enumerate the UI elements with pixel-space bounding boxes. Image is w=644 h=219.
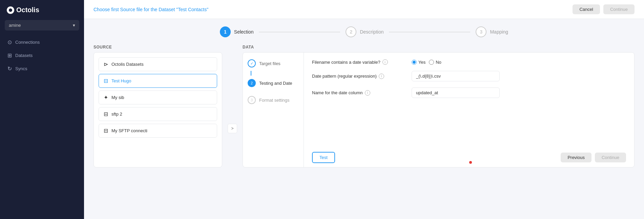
filename-yes-radio[interactable]: Yes: [412, 60, 425, 65]
source-item-my-sib[interactable]: ✦ My sib: [99, 91, 217, 104]
chevron-down-icon: ▾: [73, 23, 75, 28]
main-content: Choose first Source file for the Dataset…: [84, 0, 644, 219]
data-subnav: ✓ Target files 2 Testing and Date 3 Form…: [243, 53, 304, 167]
filename-label: Filename contains a date variable? i: [312, 59, 407, 65]
sidebar-item-syncs[interactable]: ↻ Syncs: [3, 62, 81, 75]
stepper: 1 Selection 2 Description 3 Mapping: [84, 19, 644, 45]
data-continue-button: Continue: [595, 153, 626, 162]
date-pattern-label: Date pattern (regular expression) i: [312, 74, 407, 79]
step-3-circle: 3: [476, 26, 486, 37]
step-mapping: 3 Mapping: [476, 26, 508, 37]
step-1-label: Selection: [234, 29, 254, 35]
date-column-info-icon[interactable]: i: [365, 90, 370, 96]
sidebar: Octolis amine ▾ ⊙ Connections ⊞ Datasets…: [0, 0, 84, 219]
date-column-label: Name for the date column i: [312, 90, 407, 96]
step-3-label: Mapping: [490, 29, 508, 35]
data-panel: Data ✓ Target files 2 Testing and Date 3: [243, 45, 635, 212]
step-2-circle: 2: [346, 26, 356, 37]
logo: Octolis: [0, 0, 84, 20]
previous-button[interactable]: Previous: [561, 153, 591, 162]
data-footer: Test Previous Continue: [304, 148, 634, 167]
filename-info-icon[interactable]: i: [382, 59, 388, 65]
filename-field-row: Filename contains a date variable? i Yes…: [312, 59, 626, 65]
format-settings-circle: 3: [248, 96, 256, 104]
target-files-circle: ✓: [248, 59, 256, 67]
sftp2-icon: ⊟: [104, 111, 108, 117]
user-menu[interactable]: amine ▾: [5, 20, 79, 31]
data-nav-target-files[interactable]: ✓ Target files: [243, 56, 304, 71]
nav-connector: [251, 71, 251, 76]
cancel-button[interactable]: Cancel: [573, 4, 600, 14]
data-right: Filename contains a date variable? i Yes…: [304, 53, 634, 167]
continue-button: Continue: [603, 4, 635, 14]
header-actions: Cancel Continue: [573, 4, 635, 14]
step-divider-1: [259, 32, 340, 32]
footer-right-buttons: Previous Continue: [561, 153, 626, 162]
source-panel: Source ⊳ Octolis Datasets ⊟ Test Hugo ✦ …: [94, 45, 222, 212]
test-button[interactable]: Test: [312, 152, 335, 163]
source-item-sftp-2[interactable]: ⊟ sftp 2: [99, 107, 217, 121]
date-column-field-row: Name for the date column i: [312, 87, 626, 98]
step-divider-2: [389, 32, 470, 32]
data-nav-format-settings[interactable]: 3 Format settings: [243, 93, 304, 107]
expand-button[interactable]: >: [228, 124, 237, 133]
octolis-datasets-icon: ⊳: [104, 61, 108, 67]
sidebar-item-datasets[interactable]: ⊞ Datasets: [3, 49, 81, 62]
header: Choose first Source file for the Dataset…: [84, 0, 644, 19]
step-2-label: Description: [360, 29, 383, 35]
my-sib-icon: ✦: [104, 94, 108, 101]
data-nav-testing-date[interactable]: 2 Testing and Date: [243, 76, 304, 91]
data-fields: Filename contains a date variable? i Yes…: [304, 53, 634, 148]
step-description: 2 Description: [346, 26, 383, 37]
source-item-my-sftp-connecti[interactable]: ⊟ My SFTP connecti: [99, 124, 217, 138]
date-pattern-info-icon[interactable]: i: [379, 74, 384, 79]
source-item-test-hugo[interactable]: ⊟ Test Hugo: [99, 74, 217, 88]
date-pattern-input[interactable]: [412, 71, 500, 81]
data-panel-label: Data: [243, 45, 635, 49]
source-panel-label: Source: [94, 45, 222, 49]
date-pattern-field-row: Date pattern (regular expression) i: [312, 71, 626, 81]
filename-no-radio[interactable]: No: [429, 60, 441, 65]
test-hugo-icon: ⊟: [104, 78, 108, 84]
filename-radio-group: Yes No: [412, 60, 441, 65]
connections-icon: ⊙: [7, 39, 12, 45]
sidebar-item-connections[interactable]: ⊙ Connections: [3, 36, 81, 48]
logo-icon: [7, 6, 14, 14]
my-sftp-icon: ⊟: [104, 127, 108, 134]
content-area: Source ⊳ Octolis Datasets ⊟ Test Hugo ✦ …: [84, 45, 644, 219]
testing-date-circle: 2: [248, 79, 256, 87]
page-title: Choose first Source file for the Dataset…: [94, 7, 208, 12]
source-list: ⊳ Octolis Datasets ⊟ Test Hugo ✦ My sib …: [94, 52, 222, 167]
step-1-circle: 1: [220, 26, 231, 37]
sidebar-nav: ⊙ Connections ⊞ Datasets ↻ Syncs: [0, 36, 84, 75]
date-column-input[interactable]: [412, 87, 500, 98]
syncs-icon: ↻: [7, 65, 12, 72]
data-container: ✓ Target files 2 Testing and Date 3 Form…: [243, 52, 635, 167]
error-indicator: [469, 161, 472, 164]
step-selection: 1 Selection: [220, 26, 254, 37]
source-item-octolis-datasets[interactable]: ⊳ Octolis Datasets: [99, 57, 217, 71]
datasets-icon: ⊞: [7, 52, 12, 59]
